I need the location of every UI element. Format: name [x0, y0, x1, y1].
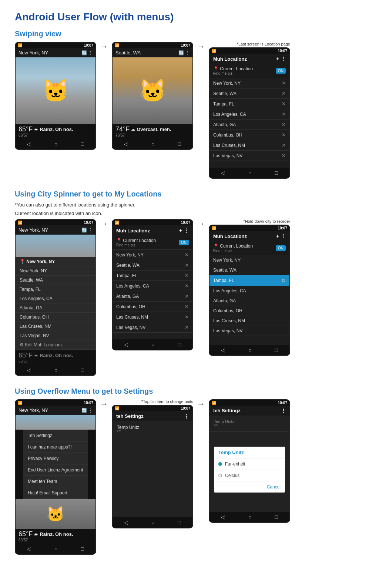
x-btn-la[interactable]: ✕ — [282, 111, 286, 117]
x5-ny[interactable]: ✕ — [185, 252, 189, 258]
spinner-item-columbus[interactable]: Columbus, OH — [16, 313, 95, 322]
phone6-current-loc[interactable]: 📍 Current Location Find me plz ON — [209, 241, 289, 255]
spinner-item-ny[interactable]: New York, NY — [16, 266, 95, 276]
spinner-item-la[interactable]: Los Angeles, CA — [16, 294, 95, 303]
recents-icon5[interactable]: □ — [178, 342, 181, 347]
ph6-tampa-highlighted[interactable]: Tampa, FL ⇅ — [209, 275, 289, 286]
phone4-footer: 65°F 🌧 Rainz. Oh nos. 69/57 — [16, 350, 95, 365]
ph5-columbus[interactable]: Columbus, OH✕ — [113, 302, 192, 312]
home-icon6[interactable]: ○ — [248, 347, 251, 353]
recents-icon4[interactable]: □ — [81, 367, 84, 373]
spinner-item-edit[interactable]: ⚙ Edit Muh Locationz — [16, 340, 95, 350]
ph6-ny[interactable]: New York, NY — [209, 255, 289, 265]
x5-lasvegas[interactable]: ✕ — [185, 325, 189, 330]
back-icon2[interactable]: ◁ — [124, 141, 128, 147]
phone5-toggle[interactable]: ON — [179, 240, 189, 245]
ph6-lascruses[interactable]: Las Cruses, NM — [209, 316, 289, 326]
ph5-seattle[interactable]: Seattle, WA✕ — [113, 260, 192, 271]
recents-icon3[interactable]: □ — [275, 170, 278, 176]
back-icon6[interactable]: ◁ — [221, 347, 225, 353]
recents-icon2[interactable]: □ — [178, 141, 181, 147]
ph5-atlanta[interactable]: Atlanta, GA✕ — [113, 291, 192, 302]
ph6-columbus[interactable]: Columbus, OH — [209, 306, 289, 316]
back-icon8[interactable]: ◁ — [124, 520, 128, 525]
spinner-item-seattle[interactable]: Seattle, WA — [16, 276, 95, 285]
dialog-option-fur[interactable]: Fur-enheit — [214, 458, 285, 470]
x5-tampa[interactable]: ✕ — [185, 273, 189, 278]
recents-icon[interactable]: □ — [81, 141, 84, 147]
home-icon3[interactable]: ○ — [248, 170, 251, 176]
phone3-nav: ◁ ○ □ — [209, 168, 289, 178]
dialog-cancel-btn[interactable]: Cancel — [214, 481, 285, 493]
spinner-item-lascruses[interactable]: Las Cruses, NM — [16, 322, 95, 331]
menu-settings[interactable]: Teh Settingz — [23, 430, 88, 441]
list-item-atlanta[interactable]: Atlanta, GA✕ — [209, 120, 289, 130]
home-icon7[interactable]: ○ — [54, 546, 57, 552]
back-icon9[interactable]: ◁ — [221, 514, 225, 520]
menu-help[interactable]: Halp! Email Support — [23, 487, 88, 499]
recents-icon9[interactable]: □ — [275, 514, 278, 520]
ph5-lascruses[interactable]: Las Cruses, NM✕ — [113, 312, 192, 322]
x-btn-columbus[interactable]: ✕ — [282, 132, 286, 138]
menu-moar-apps[interactable]: I can haz moar apps?! — [23, 441, 88, 453]
phone9-menu-icon[interactable]: ⋮ — [281, 408, 286, 413]
ph6-lasvegas[interactable]: Las Vegas, NV — [209, 326, 289, 336]
phone5-current-loc[interactable]: 📍 Current Location Find me plz ON — [113, 236, 192, 250]
phone8-menu-icon[interactable]: ⋮ — [184, 413, 189, 419]
settings-temp-unitz[interactable]: Temp Unitz °F — [113, 421, 192, 438]
spinner-item-lasvegas[interactable]: Las Vegas, NV — [16, 331, 95, 340]
spinner-item-atlanta[interactable]: Atlanta, GA — [16, 303, 95, 313]
ph6-la[interactable]: Los Angeles, CA — [209, 286, 289, 296]
menu-privacy[interactable]: Privacy Pawlicy — [23, 453, 88, 464]
spinner-item-tampa[interactable]: Tampa, FL — [16, 285, 95, 294]
x-btn-atlanta[interactable]: ✕ — [282, 122, 286, 127]
x-btn-lascruses[interactable]: ✕ — [282, 142, 286, 148]
x-btn-lasvegas[interactable]: ✕ — [282, 153, 286, 158]
back-icon7[interactable]: ◁ — [27, 546, 31, 552]
home-icon5[interactable]: ○ — [151, 342, 154, 347]
ph6-seattle[interactable]: Seattle, WA — [209, 265, 289, 275]
phone6-header: Muh Locationz + ⋮ — [209, 231, 289, 241]
ph5-tampa[interactable]: Tampa, FL✕ — [113, 271, 192, 281]
spinner-item-current[interactable]: 📍 New York, NY — [16, 257, 95, 266]
x-btn-seattle[interactable]: ✕ — [282, 91, 286, 96]
ph5-ny[interactable]: New York, NY✕ — [113, 250, 192, 260]
recents-icon6[interactable]: □ — [275, 347, 278, 353]
back-icon3[interactable]: ◁ — [221, 170, 225, 176]
x5-columbus[interactable]: ✕ — [185, 304, 189, 309]
list-item-lascruses[interactable]: Las Cruses, NM✕ — [209, 140, 289, 151]
ph5-la[interactable]: Los Angeles, CA✕ — [113, 281, 192, 291]
ph5-lasvegas[interactable]: Las Vegas, NV✕ — [113, 322, 192, 333]
back-icon4[interactable]: ◁ — [27, 367, 31, 373]
x-btn-tampa[interactable]: ✕ — [282, 101, 286, 107]
x5-atlanta[interactable]: ✕ — [185, 293, 189, 299]
ph6-atlanta[interactable]: Atlanta, GA — [209, 296, 289, 306]
dialog-option-celsius[interactable]: Celcius — [214, 470, 285, 481]
x5-lascruses[interactable]: ✕ — [185, 314, 189, 320]
list-item-tampa[interactable]: Tampa, FL✕ — [209, 99, 289, 109]
back-icon5[interactable]: ◁ — [124, 342, 128, 347]
recents-icon7[interactable]: □ — [81, 546, 84, 552]
home-icon9[interactable]: ○ — [248, 514, 251, 520]
x5-la[interactable]: ✕ — [185, 283, 189, 289]
x-btn-ny[interactable]: ✕ — [282, 80, 286, 86]
phone6-toggle[interactable]: ON — [276, 245, 286, 251]
home-icon2[interactable]: ○ — [151, 141, 154, 147]
list-item-columbus[interactable]: Columbus, OH✕ — [209, 130, 289, 140]
menu-eula[interactable]: End User Licenz Agreement — [23, 464, 88, 476]
home-icon[interactable]: ○ — [54, 141, 57, 147]
phone4-spinner-dropdown[interactable]: 📍 New York, NY New York, NY Seattle, WA … — [16, 257, 95, 350]
back-icon[interactable]: ◁ — [27, 141, 31, 147]
recents-icon8[interactable]: □ — [178, 520, 181, 525]
home-icon8[interactable]: ○ — [151, 520, 154, 525]
list-item-la[interactable]: Los Angeles, CA✕ — [209, 109, 289, 120]
list-item-ny[interactable]: New York, NY✕ — [209, 78, 289, 88]
list-item-current[interactable]: 📍 Current Location Find me plz ON — [209, 64, 289, 78]
list-item-seattle[interactable]: Seattle, WA✕ — [209, 88, 289, 99]
x5-seattle[interactable]: ✕ — [185, 262, 189, 268]
list-item-lasvegas[interactable]: Las Vegas, NV✕ — [209, 151, 289, 161]
home-icon4[interactable]: ○ — [54, 367, 57, 373]
phone3-time: 10:07 — [278, 49, 287, 53]
menu-team[interactable]: Meet teh Team — [23, 476, 88, 487]
toggle-on[interactable]: ON — [276, 68, 286, 74]
